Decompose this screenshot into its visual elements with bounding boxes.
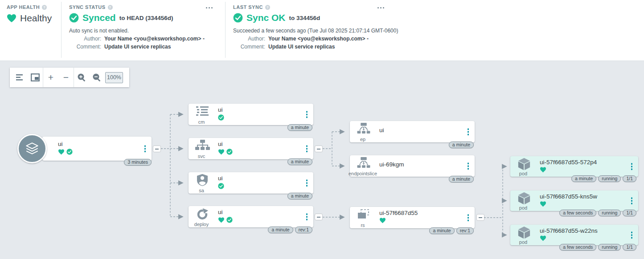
help-icon[interactable]: ? [108,5,113,10]
node-content: ui-57f6687d55 [379,210,418,223]
sync-status-value[interactable]: Synced [82,12,116,23]
pod-icon [511,158,537,171]
help-icon[interactable]: ? [265,5,270,10]
node-menu-icon[interactable] [630,196,634,206]
ready-badge: 1/1 [623,175,636,182]
last-sync-revision[interactable]: to 334456d [289,15,320,21]
service-icon [189,140,215,151]
kind-label: ep [336,137,389,142]
node-replicaset-ui-57f6687d55[interactable]: rs ui-57f6687d55 a minute rev:1 [350,207,475,228]
app-status-header: APP HEALTH ? Healthy SYNC STATUS ? Synce… [0,0,644,61]
synced-check-icon [226,217,233,223]
resource-name: ui-69kgm [379,161,404,168]
node-menu-icon[interactable] [305,212,309,222]
node-configmap-ui[interactable]: cm ui a minute [189,104,313,125]
node-deployment-ui[interactable]: deploy ui a minute rev:1 [189,206,313,227]
last-sync-row: Sync OK to 334456d [233,12,398,23]
node-content: ui [218,106,224,121]
resource-name: ui-57f6687d55 [379,210,418,216]
comment-label: Comment: [69,44,101,50]
magnifier-minus-icon [92,73,102,82]
node-content: ui [218,175,224,189]
node-menu-icon[interactable] [305,144,309,154]
resource-name: ui [218,175,224,182]
node-service-ui[interactable]: svc ui a minute [189,138,313,159]
author-value: Your Name <you@eksworkshop.com> - [268,36,369,42]
age-badge: a minute [449,176,474,182]
healthy-heart-icon [58,149,65,155]
header-divider [61,2,62,58]
magnifier-plus-icon [77,73,86,82]
application-avatar[interactable] [17,134,47,163]
zoom-in-button[interactable]: + [43,68,58,87]
last-sync-value[interactable]: Sync OK [246,12,286,23]
last-sync-menu-icon[interactable] [376,5,386,10]
endpointslice-icon [351,157,377,169]
phase-badge: running [598,244,621,251]
help-icon[interactable]: ? [42,5,47,10]
node-content: ui-57f6687d55-kns5w [540,193,597,207]
sync-status-menu-icon[interactable] [204,5,214,10]
sync-status-panel: SYNC STATUS ? Synced to HEAD (334456d) A… [69,4,205,50]
node-pod-ui-57f6687d55-kns5w[interactable]: pod ui-57f6687d55-kns5w a few seconds ru… [510,190,638,211]
graph-toolbar: + − [10,68,129,87]
node-application-ui[interactable]: ui 3 minutes [42,137,152,161]
layers-icon [24,141,40,157]
age-badge: a minute [268,227,293,233]
node-endpoints-ui[interactable]: ep ui a minute [350,121,475,142]
node-menu-icon[interactable] [305,178,309,188]
comment-row: Comment: Update UI service replicas [69,44,205,50]
serviceaccount-icon [189,174,215,186]
node-menu-icon[interactable] [466,213,471,223]
deployment-icon [189,208,215,220]
node-content: ui [218,209,233,223]
last-sync-label-text: LAST SYNC [233,4,263,10]
list-icon [16,74,25,81]
resource-name: ui-57f6687d55-w22ns [540,227,598,234]
node-menu-icon[interactable] [630,230,634,240]
synced-check-icon [69,13,79,23]
group-nodes-button[interactable] [12,68,28,87]
node-content: ui-57f6687d55-w22ns [540,227,598,241]
node-menu-icon[interactable] [466,161,471,171]
last-sync-panel: LAST SYNC ? Sync OK to 334456d Succeeded… [233,4,398,50]
node-endpointslice-ui-69kgm[interactable]: endpointslice ui-69kgm a minute [350,155,475,177]
revision-badge: rev:1 [295,227,312,233]
revision-badge: rev:1 [456,227,474,234]
node-menu-icon[interactable] [466,127,471,137]
collapse-children-button[interactable] [315,214,322,220]
collapse-children-button[interactable] [477,214,484,220]
collapse-children-button[interactable] [153,146,160,152]
zoom-level-input[interactable] [105,72,123,83]
fit-view-button[interactable] [28,68,43,87]
configmap-icon [189,105,215,117]
pod-icon [511,192,537,205]
kind-label: endpointslice [336,171,389,176]
node-pod-ui-57f6687d55-w22ns[interactable]: pod ui-57f6687d55-w22ns a few seconds ru… [510,225,638,245]
node-content: ui [218,141,233,155]
collapse-children-button[interactable] [315,146,322,152]
magnify-in-button[interactable] [74,68,89,87]
magnify-out-button[interactable] [89,68,104,87]
app-health-label-text: APP HEALTH [7,4,40,10]
resource-name: ui [218,106,224,113]
age-badge: a minute [287,158,312,165]
age-badge: 3 minutes [124,159,152,166]
last-sync-detail: Succeeded a few seconds ago (Tue Jul 08 … [233,28,398,34]
phase-badge: running [598,210,621,216]
node-menu-icon[interactable] [143,144,148,154]
synced-check-icon [226,149,233,155]
plus-icon: + [48,72,53,83]
resource-name: ui [379,127,384,134]
node-menu-icon[interactable] [305,109,309,119]
node-menu-icon[interactable] [630,162,634,171]
zoom-out-button[interactable]: − [58,68,74,87]
age-badge: a minute [287,124,312,131]
node-pod-ui-57f6687d55-572p4[interactable]: pod ui-57f6687d55-572p4 a minute running… [510,156,638,177]
healthy-heart-icon [540,235,546,241]
comment-row: Comment: Update UI service replicas [233,44,398,50]
node-serviceaccount-ui[interactable]: sa ui a minute [189,172,313,194]
sync-revision[interactable]: to HEAD (334456d) [119,15,173,21]
endpoints-icon [351,123,377,134]
resource-name: ui [58,141,73,147]
